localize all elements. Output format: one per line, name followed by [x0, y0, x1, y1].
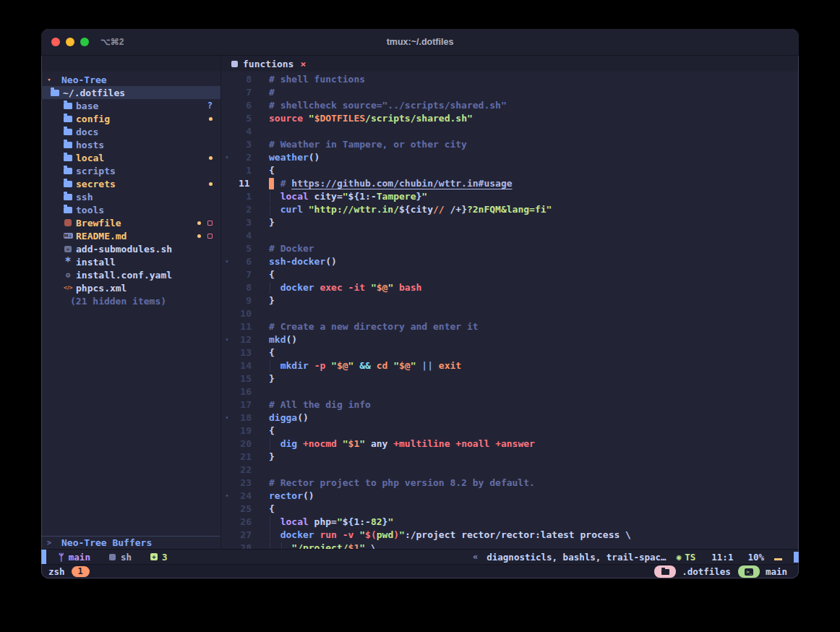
token-fg: } — [269, 295, 275, 306]
close-tab-icon[interactable]: × — [300, 59, 306, 69]
line-text: # Rector project to php version 8.2 by d… — [269, 477, 799, 490]
tree-item[interactable]: hosts — [41, 138, 220, 151]
token-orange: // — [433, 204, 445, 215]
editor-cursor — [269, 178, 274, 189]
code-line[interactable]: 19{ — [221, 424, 799, 437]
code-line[interactable]: 15} — [221, 372, 799, 385]
code-line[interactable]: ▾2weather() — [221, 151, 799, 164]
tree-item[interactable]: ⚙install.conf.yaml — [41, 268, 220, 281]
neo-tree-header[interactable]: ▾ Neo-Tree — [41, 73, 220, 86]
token-cmd: || — [421, 360, 433, 371]
tree-item-label: tools — [76, 205, 104, 215]
code-line[interactable]: 8 docker exec -it "$@" bash — [221, 281, 799, 294]
code-line[interactable]: 26 local php="${1:-82}" — [221, 516, 799, 529]
line-text: mkd() — [269, 333, 799, 346]
brew-icon — [64, 219, 72, 226]
code-line[interactable]: 2 curl "http://wttr.in/${city// /+}?2nFQ… — [221, 203, 799, 216]
tree-item[interactable]: docs — [41, 125, 220, 138]
token-fg — [269, 191, 280, 202]
fold-column — [221, 294, 233, 307]
tree-items: ~/.dotfilesbase?configdocshostslocalscri… — [41, 86, 220, 294]
fold-chevron-icon[interactable]: ▾ — [221, 333, 233, 346]
line-number: 10 — [233, 307, 252, 320]
code-line[interactable]: 20 dig +nocmd "$1" any +multiline +noall… — [221, 437, 799, 450]
tmux-window-name[interactable]: zsh — [48, 566, 65, 577]
code-line[interactable]: ▾18digga() — [221, 411, 799, 424]
code-line[interactable]: 10 — [221, 307, 799, 320]
token-fn: digga — [269, 412, 297, 423]
token-fg: } — [269, 451, 275, 462]
close-window-button[interactable] — [51, 38, 60, 46]
code-line[interactable]: 16 — [221, 385, 799, 398]
folder-open-icon — [51, 90, 59, 96]
code-line[interactable]: ▾12mkd() — [221, 333, 799, 346]
tree-item[interactable]: *install — [41, 255, 220, 268]
zoom-window-button[interactable] — [80, 38, 89, 46]
code-line[interactable]: 14 mkdir -p "$@" && cd "$@" || exit — [221, 359, 799, 372]
code-area[interactable]: 8# shell functions7#6# shellcheck source… — [221, 72, 799, 549]
code-line[interactable]: 6# shellcheck source="../scripts/shared.… — [221, 99, 799, 112]
code-line[interactable]: 1{ — [221, 164, 799, 177]
minimize-window-button[interactable] — [66, 38, 74, 46]
neo-tree-buffers-section[interactable]: > Neo-Tree Buffers — [41, 536, 220, 549]
gutter: 5 — [221, 112, 252, 125]
code-line[interactable]: 22 — [221, 464, 799, 477]
code-line[interactable]: 17# All the dig info — [221, 398, 799, 411]
code-line[interactable]: 11 # https://github.com/chubin/wttr.in#u… — [221, 177, 799, 190]
code-line[interactable]: 21} — [221, 450, 799, 464]
code-line[interactable]: 23# Rector project to php version 8.2 by… — [221, 477, 799, 490]
tree-item[interactable]: ~/.dotfiles — [41, 86, 220, 99]
fold-chevron-icon[interactable]: ▾ — [221, 411, 233, 424]
tree-item[interactable]: secrets — [41, 177, 220, 190]
tree-item[interactable]: base? — [41, 99, 220, 112]
code-line[interactable]: 4 — [221, 125, 799, 138]
gutter: 5 — [221, 242, 252, 255]
code-line[interactable]: 13{ — [221, 346, 799, 359]
code-line[interactable]: 3} — [221, 216, 799, 229]
token-kw: +multiline — [393, 438, 450, 449]
gutter: 9 — [221, 294, 252, 307]
fold-column — [221, 542, 233, 549]
code-line[interactable]: 8# shell functions — [221, 73, 799, 86]
code-line[interactable]: 5source "$DOTFILES/scripts/shared.sh" — [221, 112, 799, 125]
folder-icon — [64, 181, 72, 187]
line-number: 4 — [233, 229, 252, 242]
gutter: 19 — [221, 424, 252, 437]
fold-chevron-icon[interactable]: ▾ — [221, 490, 233, 503]
code-line[interactable]: 1 local city="${1:-Tampere}" — [221, 190, 799, 203]
code-line[interactable]: 27 docker run -v "$(pwd)":/project recto… — [221, 529, 799, 542]
code-line[interactable]: 5# Docker — [221, 242, 799, 255]
tree-item[interactable]: </>phpcs.xml — [41, 281, 220, 294]
token-fg: city= — [309, 191, 343, 202]
tree-item[interactable]: tools — [41, 203, 220, 216]
code-line[interactable]: 25{ — [221, 503, 799, 516]
fold-chevron-icon[interactable]: ▾ — [221, 255, 233, 268]
tmux-window-index[interactable]: 1 — [72, 566, 90, 577]
code-line[interactable]: ▾6ssh-docker() — [221, 255, 799, 268]
tree-item[interactable]: scripts — [41, 164, 220, 177]
code-line[interactable]: 9} — [221, 294, 799, 307]
code-line[interactable]: 28 "/project/$1" \ — [221, 542, 799, 549]
tree-item[interactable]: Brewfile — [41, 216, 220, 229]
code-line[interactable]: 11# Create a new directory and enter it — [221, 320, 799, 333]
tmux-cwd-label: .dotfiles — [682, 566, 731, 577]
token-fg — [365, 282, 371, 293]
tree-item[interactable]: config — [41, 112, 220, 125]
code-line[interactable]: ▾24rector() — [221, 490, 799, 503]
indent-guide — [281, 542, 282, 549]
gutter: 8 — [221, 73, 252, 86]
code-line[interactable]: 3# Weather in Tampere, or other city — [221, 138, 799, 151]
token-fg: () — [297, 412, 309, 423]
code-line[interactable]: 7{ — [221, 268, 799, 281]
token-c: # Docker — [269, 243, 314, 254]
tree-item[interactable]: M↓README.md — [41, 229, 220, 242]
tab-functions[interactable]: functions × — [221, 56, 314, 72]
tree-item[interactable]: local — [41, 151, 220, 164]
line-number: 27 — [233, 529, 252, 542]
fold-chevron-icon[interactable]: ▾ — [221, 151, 233, 164]
tree-item[interactable]: ssh — [41, 190, 220, 203]
code-line[interactable]: 7# — [221, 86, 799, 99]
code-line[interactable]: 4 — [221, 229, 799, 242]
indent-guide — [270, 542, 270, 549]
tree-item[interactable]: >add-submodules.sh — [41, 242, 220, 255]
